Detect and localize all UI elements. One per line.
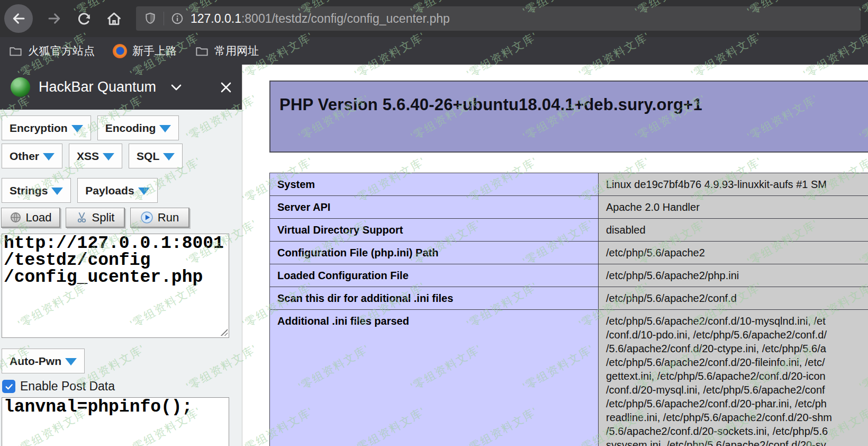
table-row: Virtual Directory Support disabled (270, 219, 868, 242)
shield-icon[interactable] (143, 12, 157, 25)
window-content: HackBar Quantum Encryption Encoding Othe… (0, 65, 868, 446)
other-menu-button[interactable]: Other (2, 144, 62, 168)
info-value: /etc/php/5.6/apache2/conf.d (599, 287, 868, 310)
info-label: Loaded Configuration File (270, 264, 599, 287)
encryption-menu-button[interactable]: Encryption (2, 115, 91, 140)
url-path: :8001/testdz/config/config_ucenter.php (241, 12, 450, 25)
bookmark-label: 火狐官方站点 (28, 43, 95, 58)
table-row: Scan this dir for additional .ini files … (270, 287, 868, 310)
checkmark-icon (4, 382, 14, 391)
menu-label: Encryption (10, 122, 68, 135)
reload-icon (76, 11, 92, 26)
forward-arrow-icon (47, 11, 62, 26)
action-label: Load (26, 211, 52, 225)
play-icon (140, 211, 153, 224)
strings-menu-button[interactable]: Strings (2, 178, 71, 203)
forward-button[interactable] (47, 11, 62, 26)
url-host: 127.0.0.1 (191, 12, 241, 25)
info-label: Server API (270, 196, 599, 219)
table-row: System Linux de19c7bf4b76 4.9.93-linuxki… (270, 173, 868, 196)
phpinfo-page: PHP Version 5.6.40-26+ubuntu18.04.1+deb.… (242, 65, 868, 446)
info-value: /etc/php/5.6/apache2/php.ini (599, 264, 868, 287)
table-row: Loaded Configuration File /etc/php/5.6/a… (270, 264, 868, 287)
auto-pwn-menu-button[interactable]: Auto-Pwn (2, 349, 85, 373)
info-label: Scan this dir for additional .ini files (270, 287, 599, 310)
info-value: Linux de19c7bf4b76 4.9.93-linuxkit-aufs … (599, 173, 868, 196)
info-value: disabled (599, 219, 868, 242)
dropdown-caret-icon (71, 125, 83, 132)
url-textarea-wrap: http://127.0.0.1:8001 /testdz/config /co… (2, 234, 229, 338)
hackbar-header: HackBar Quantum (0, 65, 242, 110)
bookmark-getting-started[interactable]: 新手上路 (113, 43, 177, 58)
info-label: Additional .ini files parsed (270, 310, 599, 446)
back-button[interactable] (4, 4, 33, 33)
dropdown-caret-icon (159, 125, 171, 132)
url-textarea[interactable]: http://127.0.0.1:8001 /testdz/config /co… (2, 234, 229, 338)
home-icon (106, 11, 122, 27)
info-value: Apache 2.0 Handler (599, 196, 868, 219)
load-button[interactable]: Load (1, 208, 60, 228)
dropdown-caret-icon (163, 153, 175, 160)
split-button[interactable]: Split (66, 208, 125, 228)
scissors-icon (76, 211, 88, 224)
dropdown-caret-icon (43, 153, 55, 160)
post-data-textarea[interactable]: lanvnal=phpinfo(); (2, 397, 229, 446)
phpinfo-table: System Linux de19c7bf4b76 4.9.93-linuxki… (269, 173, 868, 446)
menu-label: Payloads (85, 184, 134, 197)
browser-toolbar: 127.0.0.1:8001/testdz/config/config_ucen… (0, 0, 868, 37)
post-data-textarea-wrap: lanvnal=phpinfo(); (2, 397, 229, 446)
menu-label: Auto-Pwn (10, 355, 61, 368)
dropdown-caret-icon (138, 188, 150, 195)
firefox-icon (113, 44, 127, 58)
dropdown-caret-icon (103, 153, 114, 160)
php-version-title: PHP Version 5.6.40-26+ubuntu18.04.1+deb.… (279, 95, 868, 114)
reload-button[interactable] (76, 11, 92, 26)
hackbar-title: HackBar Quantum (39, 79, 156, 95)
hackbar-body: Encryption Encoding Other XSS SQL (0, 110, 242, 446)
xss-menu-button[interactable]: XSS (69, 144, 122, 168)
info-label: Configuration File (php.ini) Path (270, 242, 599, 264)
table-row: Additional .ini files parsed /etc/php/5.… (270, 310, 868, 446)
enable-post-data-checkbox[interactable] (2, 380, 15, 393)
action-label: Split (92, 211, 115, 225)
payloads-menu-button[interactable]: Payloads (77, 178, 157, 203)
bookmark-common-sites[interactable]: 常用网址 (195, 43, 259, 58)
menu-label: Other (10, 150, 39, 163)
info-label: System (270, 173, 599, 196)
dropdown-caret-icon (51, 188, 63, 195)
folder-icon (8, 44, 23, 58)
info-value: /etc/php/5.6/apache2/conf.d/10-mysqlnd.i… (599, 310, 868, 446)
enable-post-data-label: Enable Post Data (20, 379, 115, 394)
url-bar[interactable]: 127.0.0.1:8001/testdz/config/config_ucen… (136, 6, 861, 31)
folder-icon (195, 44, 209, 58)
bookmark-label: 常用网址 (214, 43, 259, 58)
table-row: Configuration File (php.ini) Path /etc/p… (270, 242, 868, 264)
load-url-icon (10, 211, 22, 224)
menu-label: Encoding (105, 122, 156, 135)
close-icon[interactable] (220, 81, 232, 94)
info-label: Virtual Directory Support (270, 219, 599, 242)
bookmarks-bar: 火狐官方站点 新手上路 常用网址 (0, 37, 868, 65)
bookmark-firefox-official[interactable]: 火狐官方站点 (8, 43, 95, 58)
menu-label: Strings (10, 184, 48, 197)
urlbar-divider (164, 12, 164, 25)
table-row: Server API Apache 2.0 Handler (270, 196, 868, 219)
menu-label: SQL (137, 150, 159, 163)
url-text: 127.0.0.1:8001/testdz/config/config_ucen… (191, 12, 450, 26)
run-button[interactable]: Run (130, 208, 189, 228)
sql-menu-button[interactable]: SQL (129, 144, 183, 168)
home-button[interactable] (106, 11, 122, 27)
php-version-header: PHP Version 5.6.40-26+ubuntu18.04.1+deb.… (269, 81, 868, 153)
hackbar-panel: HackBar Quantum Encryption Encoding Othe… (0, 65, 242, 446)
chevron-down-icon[interactable] (170, 83, 183, 92)
action-label: Run (158, 211, 179, 225)
bookmark-label: 新手上路 (132, 43, 177, 58)
encoding-menu-button[interactable]: Encoding (97, 115, 179, 140)
dropdown-caret-icon (65, 358, 77, 365)
menu-label: XSS (77, 150, 99, 163)
hackbar-logo-icon (11, 77, 30, 97)
info-icon[interactable] (170, 12, 184, 25)
back-arrow-icon (11, 11, 26, 26)
info-value: /etc/php/5.6/apache2 (599, 242, 868, 264)
